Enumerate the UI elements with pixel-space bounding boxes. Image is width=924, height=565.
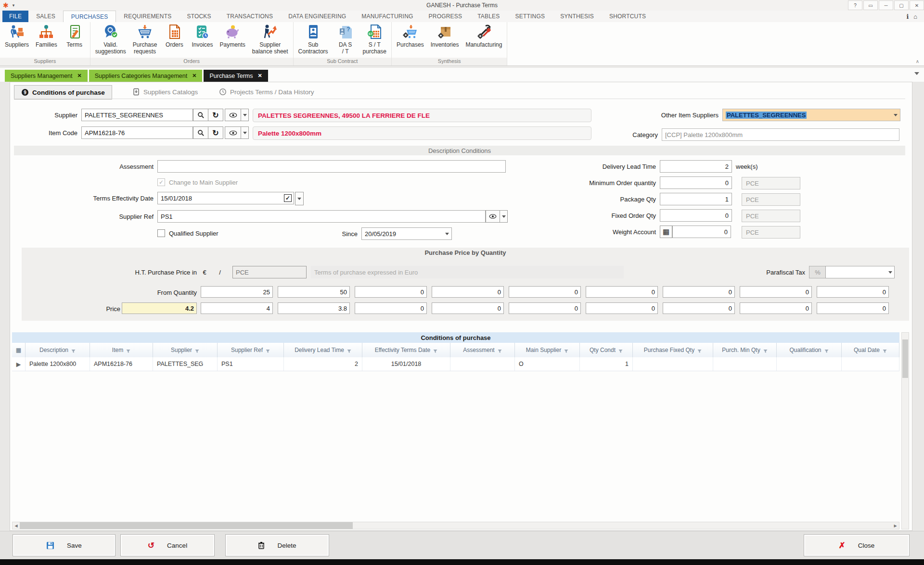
price-price_values-cell[interactable]: 0: [817, 302, 889, 314]
item-refresh-button[interactable]: ↻: [208, 126, 223, 139]
ribbon-button-sub[interactable]: SubContractors: [295, 23, 331, 56]
column-header-description[interactable]: Description: [26, 343, 90, 357]
price-price_values-cell[interactable]: 0: [432, 302, 504, 314]
effectivity-date-input[interactable]: 15/01/2018 ✓: [157, 192, 294, 204]
delivery-lead-time-input[interactable]: 2: [660, 160, 732, 173]
filter-icon[interactable]: [126, 348, 130, 352]
price-price_values-cell[interactable]: 3.8: [278, 302, 350, 314]
menu-item-synthesis[interactable]: SYNTHESIS: [552, 11, 602, 22]
supplier-ref-view-button[interactable]: [486, 210, 500, 223]
change-main-supplier-checkbox[interactable]: ✓: [157, 178, 165, 186]
tab-list-dropdown-icon[interactable]: [914, 72, 919, 75]
item-code-input[interactable]: APM16218-76: [81, 126, 193, 139]
price-from_values-cell[interactable]: 0: [663, 286, 735, 298]
terms-placeholder-field[interactable]: Terms of purchase expressed in Euro: [311, 266, 624, 278]
menu-item-tables[interactable]: TABLES: [470, 11, 507, 22]
ribbon-button-families[interactable]: Families: [33, 23, 60, 50]
menu-item-data-engineering[interactable]: DATA ENGINEERING: [281, 11, 354, 22]
price-from_values-cell[interactable]: 0: [432, 286, 504, 298]
price-price_values-cell[interactable]: 0: [355, 302, 427, 314]
ribbon-button-terms[interactable]: Terms: [61, 23, 88, 50]
parafiscal-tax-combo[interactable]: [825, 266, 895, 278]
menu-item-file[interactable]: FILE: [2, 11, 28, 22]
filter-icon[interactable]: [498, 348, 502, 352]
minimize-button[interactable]: ─: [879, 0, 893, 10]
filter-icon[interactable]: [697, 348, 702, 352]
scrollbar-thumb[interactable]: [20, 522, 353, 529]
filter-icon[interactable]: [266, 348, 270, 352]
tab-projects-terms-history[interactable]: Projects Terms / Data History: [212, 85, 321, 99]
horizontal-scrollbar[interactable]: ◀ ▶: [12, 522, 899, 529]
help-button[interactable]: ?: [848, 0, 862, 10]
menu-item-progress[interactable]: PROGRESS: [421, 11, 470, 22]
column-header-assessment[interactable]: Assessment: [450, 343, 515, 357]
table-cell-supplier[interactable]: PALETTES_SEG: [153, 357, 218, 371]
table-cell-purch-min-qty[interactable]: [713, 357, 777, 371]
ribbon-button-suppliers[interactable]: Suppliers: [2, 23, 32, 50]
ribbon-button-purchases[interactable]: Purchases: [394, 23, 427, 50]
supplier-view-dropdown[interactable]: [241, 109, 249, 121]
table-cell-assessment[interactable]: [450, 357, 515, 371]
price-from_values-cell[interactable]: 25: [201, 286, 273, 298]
price-highlight-cell[interactable]: 4.2: [122, 302, 197, 314]
tab-conditions-of-purchase[interactable]: 9 Conditions of purchase: [14, 85, 112, 100]
table-cell-qual-date[interactable]: [842, 357, 899, 371]
vertical-scrollbar[interactable]: [901, 332, 909, 529]
filter-icon[interactable]: [618, 348, 623, 352]
price-price_values-cell[interactable]: 0: [586, 302, 658, 314]
supplier-view-button[interactable]: [225, 109, 241, 121]
price-price_values-cell[interactable]: 4: [201, 302, 273, 314]
chevron-down-icon[interactable]: [445, 233, 449, 235]
effectivity-checkbox[interactable]: ✓: [284, 194, 292, 202]
supplier-ref-input[interactable]: PS1: [157, 210, 486, 223]
filter-icon[interactable]: [433, 348, 437, 352]
close-window-button[interactable]: ✕: [910, 0, 924, 10]
document-tab-suppliers-categories-management[interactable]: Suppliers Categories Management✕: [89, 70, 203, 82]
ribbon-button-valid-[interactable]: Valid.suggestions: [92, 23, 129, 56]
price-from_values-cell[interactable]: 0: [355, 286, 427, 298]
price-price_values-cell[interactable]: 0: [740, 302, 812, 314]
min-order-qty-input[interactable]: 0: [660, 176, 732, 189]
ribbon-button-inventories[interactable]: Inventories: [428, 23, 462, 50]
document-tab-purchase-terms[interactable]: Purchase Terms✕: [204, 70, 268, 82]
row-selector-icon[interactable]: ▶: [12, 357, 26, 371]
filter-icon[interactable]: [347, 348, 351, 352]
column-header-purchase-fixed-qty[interactable]: Purchase Fixed Qty: [633, 343, 713, 357]
scroll-left-icon[interactable]: ◀: [13, 522, 20, 529]
filter-icon[interactable]: [883, 348, 887, 352]
since-date-combo[interactable]: 20/05/2019: [361, 227, 452, 240]
menu-item-purchases[interactable]: PURCHASES: [63, 11, 116, 22]
column-header-qty-condt[interactable]: Qty Condt: [580, 343, 633, 357]
column-header-main-supplier[interactable]: Main Supplier: [515, 343, 580, 357]
menu-item-manufacturing[interactable]: MANUFACTURING: [354, 11, 421, 22]
item-search-button[interactable]: [193, 126, 208, 139]
column-header-delivery-lead-time[interactable]: Delivery Lead Time: [284, 343, 362, 357]
filter-icon[interactable]: [195, 348, 199, 352]
info-icon[interactable]: ℹ: [906, 13, 909, 20]
tab-suppliers-catalogs[interactable]: Suppliers Catalogs: [126, 85, 205, 99]
supplier-search-button[interactable]: [193, 109, 208, 121]
effectivity-date-dropdown[interactable]: [295, 192, 304, 205]
menu-item-settings[interactable]: SETTINGS: [508, 11, 553, 22]
delete-button[interactable]: Delete: [225, 534, 329, 556]
price-from_values-cell[interactable]: 50: [278, 286, 350, 298]
chevron-down-icon[interactable]: [894, 114, 898, 116]
column-header-qual-date[interactable]: Qual Date: [842, 343, 899, 357]
table-cell-qualification[interactable]: [777, 357, 842, 371]
menu-item-stocks[interactable]: STOCKS: [179, 11, 218, 22]
ribbon-collapse-icon[interactable]: ∧: [916, 59, 919, 64]
price-from_values-cell[interactable]: 0: [740, 286, 812, 298]
menu-item-requirements[interactable]: REQUIREMENTS: [116, 11, 179, 22]
item-view-dropdown[interactable]: [241, 126, 249, 139]
menu-item-transactions[interactable]: TRANSACTIONS: [219, 11, 281, 22]
menu-item-shortcuts[interactable]: SHORTCUTS: [602, 11, 654, 22]
assessment-input[interactable]: [157, 160, 506, 173]
table-cell-main-supplier[interactable]: O: [515, 357, 580, 371]
document-tab-suppliers-management[interactable]: Suppliers Management✕: [5, 70, 88, 82]
cancel-button[interactable]: ↺ Cancel: [120, 534, 215, 556]
column-header-qualification[interactable]: Qualification: [777, 343, 842, 357]
ribbon-button-da-s[interactable]: ?DA S/ T: [332, 23, 359, 56]
scroll-right-icon[interactable]: ▶: [892, 522, 899, 529]
chevron-down-icon[interactable]: [888, 271, 892, 274]
maximize-button[interactable]: ▢: [894, 0, 909, 10]
